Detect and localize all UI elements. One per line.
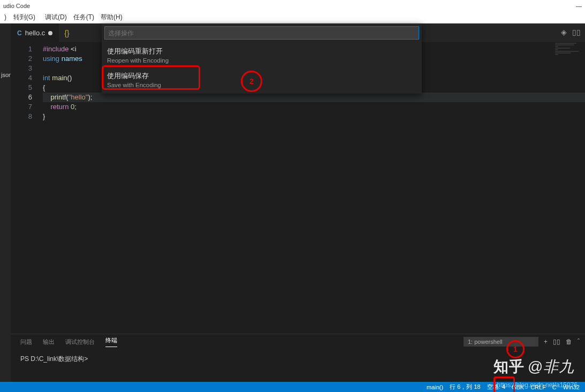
window-title: udio Code bbox=[3, 3, 30, 9]
annotation-circle-1: 1 bbox=[506, 340, 525, 358]
window-titlebar: udio Code — bbox=[0, 0, 585, 12]
palette-item-title: 使用编码重新打开 bbox=[107, 48, 416, 56]
tab-filename: hello.c bbox=[25, 29, 45, 37]
split-terminal-icon[interactable]: ▯▯ bbox=[553, 338, 560, 345]
sidebar: json bbox=[0, 24, 11, 382]
gutter: 12345678 bbox=[11, 42, 37, 334]
braces-icon: {} bbox=[64, 29, 69, 37]
menu-debug[interactable]: 调试(D) bbox=[42, 13, 70, 22]
split-editor-icon[interactable]: ▯▯ bbox=[572, 28, 581, 36]
annotation-circle-2: 2 bbox=[241, 71, 262, 92]
menu-go[interactable]: ) 转到(G) bbox=[1, 13, 42, 22]
sidebar-item-json[interactable]: json bbox=[0, 65, 11, 84]
bottom-panel: 问题 输出 调试控制台 终端 1: powershell + ▯▯ 🗑 ˆ PS… bbox=[11, 334, 585, 382]
minimap[interactable] bbox=[553, 42, 585, 106]
panel-tab-output[interactable]: 输出 bbox=[43, 338, 55, 346]
preview-icon[interactable]: ◈ bbox=[561, 28, 567, 36]
menu-help[interactable]: 帮助(H) bbox=[97, 13, 126, 22]
terminal-selector[interactable]: 1: powershell bbox=[464, 337, 538, 347]
trash-icon[interactable]: 🗑 bbox=[566, 338, 572, 345]
menu-tasks[interactable]: 任务(T) bbox=[70, 13, 97, 22]
blog-url: https://blog.csdn.net/a15076 bbox=[497, 381, 578, 389]
annotation-box-2 bbox=[102, 65, 200, 90]
status-position[interactable]: 行 6，列 18 bbox=[450, 383, 480, 391]
c-file-icon: C bbox=[17, 29, 22, 37]
tab-json-icon[interactable]: {} bbox=[59, 24, 74, 42]
palette-item-subtitle: Reopen with Encoding bbox=[107, 57, 416, 65]
tab-hello-c[interactable]: C hello.c bbox=[11, 24, 59, 42]
command-palette-input[interactable] bbox=[104, 26, 419, 40]
panel-tab-debug[interactable]: 调试控制台 bbox=[65, 338, 95, 346]
panel-tabs: 问题 输出 调试控制台 终端 1: powershell + ▯▯ 🗑 ˆ bbox=[11, 334, 585, 349]
menubar: ) 转到(G) 调试(D) 任务(T) 帮助(H) bbox=[0, 12, 585, 24]
dirty-indicator-icon bbox=[48, 31, 52, 35]
status-func[interactable]: main() bbox=[427, 384, 443, 390]
chevron-up-icon[interactable]: ˆ bbox=[578, 338, 580, 345]
new-terminal-icon[interactable]: + bbox=[544, 338, 548, 345]
window-minimize-icon[interactable]: — bbox=[576, 3, 582, 9]
terminal-prompt: PS D:\C_link\数据结构> bbox=[20, 355, 88, 363]
panel-tab-terminal[interactable]: 终端 bbox=[105, 336, 117, 347]
panel-tab-problems[interactable]: 问题 bbox=[20, 338, 32, 346]
